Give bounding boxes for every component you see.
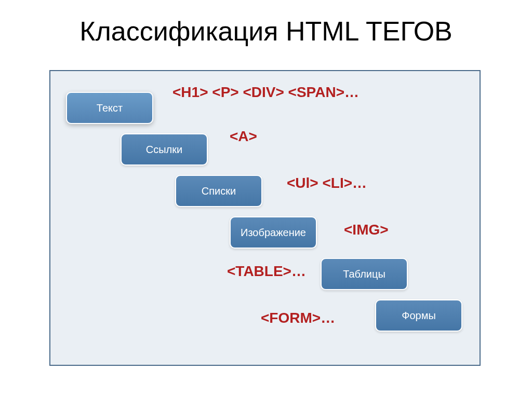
step-label: Таблицы bbox=[343, 268, 385, 280]
step-label: Текст bbox=[97, 102, 123, 114]
tags-links: <A> bbox=[230, 128, 257, 145]
step-images: Изображение bbox=[230, 216, 317, 249]
step-label: Списки bbox=[202, 185, 236, 197]
step-label: Формы bbox=[402, 310, 436, 322]
step-label: Изображение bbox=[241, 227, 306, 239]
step-label: Ссылки bbox=[146, 144, 182, 156]
slide-title: Классификация HTML ТЕГОВ bbox=[0, 16, 532, 47]
tags-lists: <Ul> <LI>… bbox=[287, 175, 367, 191]
step-text: Текст bbox=[66, 92, 153, 124]
step-tables: Таблицы bbox=[321, 258, 408, 290]
tags-text: <H1> <P> <DIV> <SPAN>… bbox=[172, 84, 359, 101]
tags-images: <IMG> bbox=[344, 222, 389, 238]
tags-forms: <FORM>… bbox=[261, 310, 335, 326]
step-lists: Списки bbox=[175, 175, 262, 207]
diagram-container: Текст <H1> <P> <DIV> <SPAN>… Ссылки <A> … bbox=[49, 70, 481, 366]
step-forms: Формы bbox=[375, 299, 462, 332]
step-links: Ссылки bbox=[121, 133, 208, 166]
tags-tables: <TABLE>… bbox=[227, 263, 306, 280]
